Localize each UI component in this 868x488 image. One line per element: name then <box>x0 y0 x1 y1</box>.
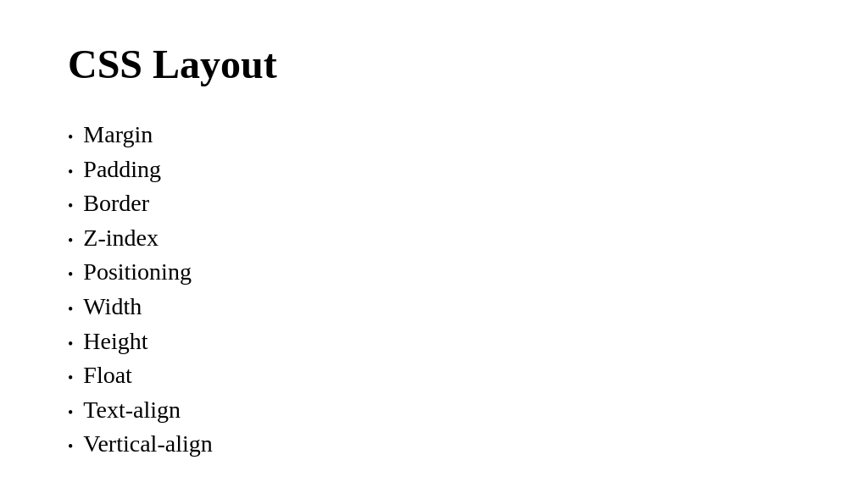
bullet-icon: • <box>68 161 73 183</box>
bullet-icon: • <box>68 230 73 252</box>
list-item: •Margin <box>68 118 800 152</box>
list-item-label: Width <box>83 290 142 324</box>
list-item: •Float <box>68 358 800 393</box>
list-item: •Vertical-align <box>68 427 800 462</box>
list-item: •Height <box>68 324 800 359</box>
list-item-label: Text-align <box>83 393 181 428</box>
bullet-icon: • <box>68 195 73 217</box>
list-item-label: Margin <box>83 118 153 152</box>
list-item-label: Border <box>83 186 149 221</box>
list-item-label: Float <box>83 358 132 393</box>
list-item-label: Padding <box>83 152 161 187</box>
list-item-label: Positioning <box>83 255 192 290</box>
bullet-list: •Margin•Padding•Border•Z-index•Positioni… <box>68 118 800 462</box>
list-item-label: Vertical-align <box>83 427 212 462</box>
bullet-icon: • <box>68 367 73 389</box>
list-item: •Border <box>68 186 800 221</box>
bullet-icon: • <box>68 298 73 320</box>
bullet-icon: • <box>68 263 73 286</box>
slide-title: CSS Layout <box>68 41 800 87</box>
list-item: •Padding <box>68 152 800 187</box>
bullet-icon: • <box>68 126 73 148</box>
bullet-icon: • <box>68 402 73 424</box>
list-item: •Z-index <box>68 221 800 256</box>
list-item-label: Z-index <box>83 221 159 256</box>
list-item: •Text-align <box>68 393 800 428</box>
list-item: •Width <box>68 290 800 324</box>
bullet-icon: • <box>68 435 73 458</box>
list-item: •Positioning <box>68 255 800 290</box>
list-item-label: Height <box>83 324 147 359</box>
slide-container: CSS Layout •Margin•Padding•Border•Z-inde… <box>0 0 868 488</box>
bullet-icon: • <box>68 333 73 355</box>
